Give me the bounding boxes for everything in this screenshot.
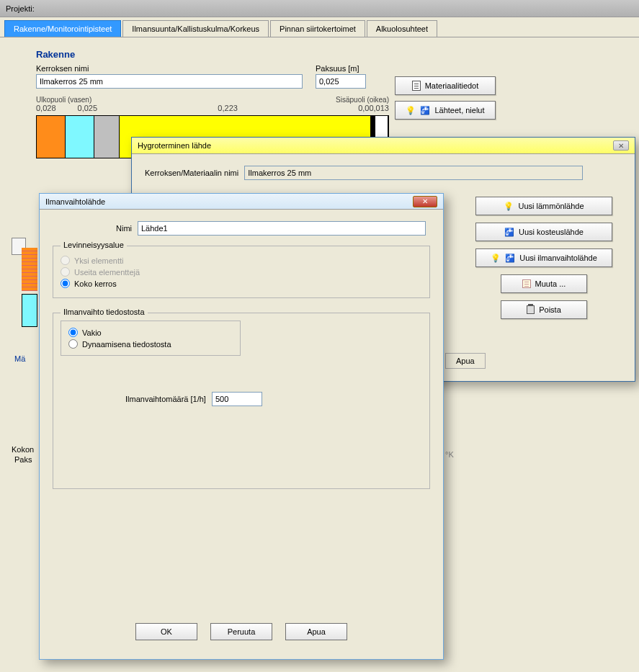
cancel-button[interactable]: Peruuta	[210, 623, 272, 640]
hygro-material-input[interactable]	[244, 166, 583, 180]
layer-name-input[interactable]	[36, 74, 303, 89]
air-close-icon[interactable]: ✕	[413, 196, 437, 207]
bulb-icon: 💡	[504, 202, 514, 211]
mini-cyan-strip	[22, 294, 37, 327]
spread-opt-all-label: Koko kerros	[74, 279, 117, 288]
air-dialog-buttons: OK Peruuta Apua	[53, 616, 430, 650]
side-buttons-top: Materiaalitiedot 💡 🚰 Lähteet, nielut	[395, 76, 496, 120]
source-opt-const[interactable]: Vakio	[68, 328, 233, 337]
partial-label-paks: Paks	[14, 455, 32, 464]
new-air-label: Uusi ilmanvaihtolähde	[519, 254, 597, 262]
new-air-button[interactable]: 💡 🚰 Uusi ilmanvaihtolähde	[475, 248, 612, 267]
inside-label: Sisäpuoli (oikea)	[336, 96, 389, 104]
drop-icon: 🚰	[420, 106, 430, 115]
spread-opt-many: Useita elementtejä	[61, 267, 422, 277]
thickness-input[interactable]	[316, 74, 366, 89]
air-title-text: Ilmanvaihtolähde	[45, 197, 105, 206]
scale-right: 0,00,013	[358, 104, 389, 112]
hygro-close-icon[interactable]: ✕	[613, 140, 629, 151]
air-rate-input[interactable]	[212, 392, 262, 406]
new-heat-button[interactable]: 💡 Uusi lämmönlähde	[475, 197, 612, 215]
bulb-icon: 💡	[491, 254, 501, 263]
new-heat-label: Uusi lämmönlähde	[518, 202, 584, 210]
source-radio-const[interactable]	[68, 328, 78, 337]
ok-button[interactable]: OK	[135, 623, 197, 640]
sources-button-label: Lähteet, nielut	[434, 106, 484, 115]
air-rate-label: Ilmanvaihtomäärä [1/h]	[125, 395, 206, 403]
hygro-field-label: Kerroksen/Materiaalin nimi	[145, 169, 238, 177]
spread-opt-one: Yksi elementti	[61, 256, 422, 265]
bulb-icon: 💡	[406, 106, 416, 115]
scale-left-1: 0,028	[36, 104, 56, 112]
sources-button[interactable]: 💡 🚰 Lähteet, nielut	[395, 101, 496, 120]
mini-orange-strip	[22, 248, 37, 291]
hygro-title-text: Hygroterminen lähde	[138, 141, 211, 150]
window-title: Projekti:	[0, 0, 639, 17]
scale-left-2: 0,025	[78, 104, 98, 112]
document-icon	[412, 81, 421, 91]
edit-label: Muuta ...	[535, 279, 566, 288]
hygro-title-bar[interactable]: Hygroterminen lähde ✕	[132, 138, 635, 154]
drop-icon: 🚰	[505, 254, 515, 263]
air-dialog: Ilmanvaihtolähde ✕ Nimi Levinneisyysalue…	[39, 193, 444, 660]
tab-alkuolosuhteet[interactable]: Alkuolosuhteet	[367, 20, 437, 37]
tab-pinnan[interactable]: Pinnan siirtokertoimet	[270, 20, 365, 37]
source-opt-file[interactable]: Dynaamisena tiedostosta	[68, 339, 233, 349]
layer-name-label: Kerroksen nimi	[36, 64, 303, 73]
trash-icon	[527, 305, 535, 314]
tabs-row: Rakenne/Monitorointipisteet Ilmansuunta/…	[0, 17, 639, 37]
partial-degree: °K	[445, 450, 454, 459]
partial-label-ma: Mä	[14, 354, 25, 363]
tab-rakenne[interactable]: Rakenne/Monitorointipisteet	[4, 20, 121, 37]
tab-ilmansuunta[interactable]: Ilmansuunta/Kallistuskulma/Korkeus	[122, 20, 269, 37]
spread-opt-many-label: Useita elementtejä	[74, 268, 140, 277]
hygro-help-button[interactable]: Apua	[445, 353, 486, 369]
new-moisture-label: Uusi kosteuslähde	[519, 228, 584, 236]
edit-icon	[522, 279, 531, 288]
source-opt-const-label: Vakio	[82, 328, 102, 337]
material-button[interactable]: Materiaalitiedot	[395, 76, 496, 95]
source-legend: Ilmanvaihto tiedostosta	[61, 308, 148, 316]
scale-mid: 0,223	[218, 104, 238, 112]
help-button[interactable]: Apua	[285, 623, 347, 640]
spread-radio-one	[61, 256, 70, 265]
layer-cyan	[66, 116, 94, 158]
air-title-bar[interactable]: Ilmanvaihtolähde ✕	[40, 194, 443, 210]
delete-button[interactable]: Poista	[501, 300, 587, 319]
layer-gray	[94, 116, 120, 158]
source-opt-file-label: Dynaamisena tiedostosta	[82, 340, 171, 349]
spread-radio-many	[61, 267, 70, 277]
delete-label: Poista	[539, 305, 561, 314]
hygro-side-buttons: 💡 Uusi lämmönlähde 🚰 Uusi kosteuslähde 💡…	[475, 197, 612, 319]
spread-radio-all[interactable]	[61, 279, 70, 288]
layer-orange	[37, 116, 66, 158]
outside-label: Ulkopuoli (vasen)	[36, 96, 91, 104]
new-moisture-button[interactable]: 🚰 Uusi kosteuslähde	[475, 223, 612, 241]
material-button-label: Materiaalitiedot	[425, 81, 479, 90]
partial-label-kokon: Kokon	[12, 445, 34, 454]
edit-button[interactable]: Muuta ...	[501, 274, 587, 293]
spread-legend: Levinneisyysalue	[61, 241, 127, 249]
air-name-input[interactable]	[138, 221, 426, 236]
source-radio-file[interactable]	[68, 339, 78, 349]
air-name-label: Nimi	[103, 224, 132, 233]
section-title: Rakenne	[36, 49, 625, 60]
spread-opt-one-label: Yksi elementti	[74, 256, 123, 265]
drop-icon: 🚰	[504, 228, 514, 237]
spread-opt-all[interactable]: Koko kerros	[61, 279, 422, 288]
thickness-label: Paksuus [m]	[316, 64, 366, 73]
